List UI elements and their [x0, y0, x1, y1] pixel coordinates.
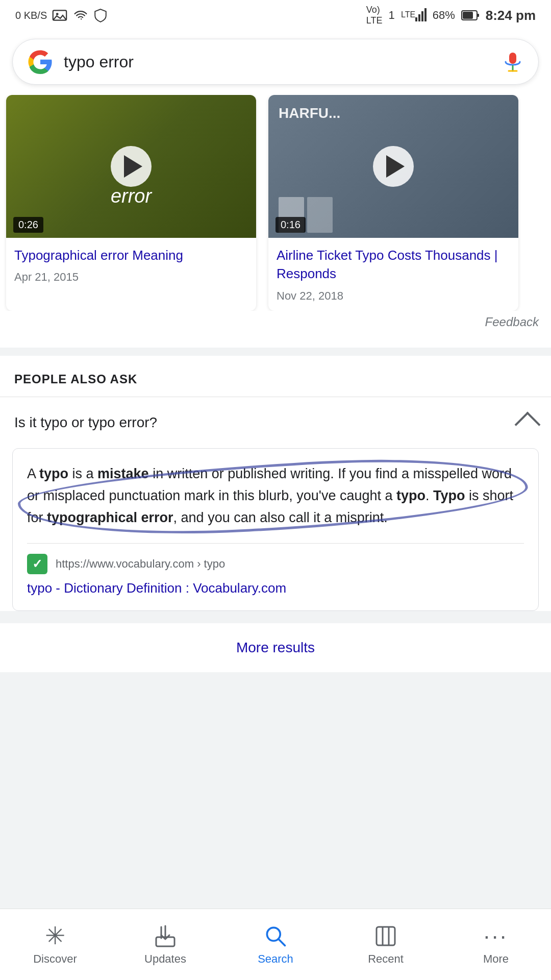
status-right: Vo)LTE 1 LTE 68% 8:24 pm — [366, 5, 536, 26]
status-left: 0 KB/S — [15, 8, 107, 22]
bottom-nav: ✳ Discover Updates Search — [0, 909, 551, 980]
svg-text:LTE: LTE — [401, 10, 415, 19]
more-results-row[interactable]: More results — [0, 623, 551, 672]
updates-icon — [153, 924, 178, 948]
shield-icon — [94, 8, 107, 22]
video-thumbnail-2: HARFU... 0:16 — [268, 95, 518, 238]
nav-label-updates: Updates — [144, 952, 186, 966]
paa-question-text-1: Is it typo or typo error? — [14, 414, 157, 431]
svg-rect-9 — [463, 12, 473, 19]
source-url-1: https://www.vocabulary.com › typo — [56, 557, 225, 571]
play-triangle-1 — [124, 155, 142, 178]
video-duration-2: 0:16 — [276, 217, 306, 233]
paa-item-1: Is it typo or typo error? A typo is a mi… — [0, 397, 551, 611]
search-nav-icon — [263, 924, 288, 948]
video-overlay-text-1: error — [111, 185, 152, 207]
video-cards-row: error 0:26 Typographical error Meaning A… — [0, 95, 551, 311]
google-logo — [27, 48, 54, 75]
image-icon — [52, 9, 67, 21]
checkmark-icon: ✓ — [32, 557, 42, 571]
battery-percent: 68% — [433, 9, 455, 22]
recent-icon — [373, 924, 398, 948]
paa-question-row-1[interactable]: Is it typo or typo error? — [0, 397, 551, 448]
chevron-up-icon — [515, 411, 541, 437]
svg-line-16 — [279, 939, 285, 945]
play-triangle-2 — [386, 155, 405, 178]
svg-rect-8 — [477, 14, 479, 17]
nav-item-discover[interactable]: ✳ Discover — [0, 919, 110, 971]
more-icon: ··· — [484, 924, 508, 948]
wifi-icon — [72, 9, 89, 21]
nav-label-discover: Discover — [33, 952, 77, 966]
nav-label-recent: Recent — [368, 952, 404, 966]
nav-item-recent[interactable]: Recent — [331, 919, 441, 971]
video-title-2[interactable]: Airline Ticket Typo Costs Thousands | Re… — [277, 246, 510, 283]
svg-rect-3 — [415, 17, 417, 21]
svg-rect-10 — [509, 53, 516, 64]
svg-rect-0 — [53, 10, 66, 20]
paa-section: PEOPLE ALSO ASK Is it typo or typo error… — [0, 356, 551, 611]
source-row-1: ✓ https://www.vocabulary.com › typo — [27, 543, 524, 574]
svg-rect-4 — [418, 14, 420, 21]
paa-answer-box-1: A typo is a mistake in written or publis… — [12, 448, 539, 611]
video-title-1[interactable]: Typographical error Meaning — [14, 246, 248, 264]
search-query-text: typo error — [64, 53, 491, 71]
search-icon-svg — [263, 923, 288, 949]
feedback-label[interactable]: Feedback — [485, 315, 539, 329]
source-link-1[interactable]: typo - Dictionary Definition : Vocabular… — [27, 580, 524, 596]
source-favicon-1: ✓ — [27, 554, 47, 574]
video-date-2: Nov 22, 2018 — [277, 289, 510, 303]
svg-rect-5 — [421, 11, 423, 21]
search-bar-container: typo error — [0, 31, 551, 95]
sim-indicator: 1 — [388, 9, 394, 22]
main-content: error 0:26 Typographical error Meaning A… — [0, 95, 551, 744]
feedback-row[interactable]: Feedback — [0, 311, 551, 337]
battery-icon — [461, 9, 480, 21]
volte-indicator: Vo)LTE — [366, 5, 383, 26]
nav-label-search: Search — [258, 952, 293, 966]
microphone-icon[interactable] — [502, 51, 524, 73]
nav-item-more[interactable]: ··· More — [441, 919, 551, 971]
nav-item-updates[interactable]: Updates — [110, 919, 220, 971]
svg-rect-6 — [424, 8, 427, 21]
svg-point-1 — [56, 13, 59, 15]
answer-text-1: A typo is a mistake in written or publis… — [27, 463, 524, 529]
recent-icon-svg — [373, 924, 398, 948]
video-date-1: Apr 21, 2015 — [14, 271, 248, 284]
svg-rect-17 — [377, 927, 395, 945]
video-duration-1: 0:26 — [13, 217, 43, 233]
video-card-body-1: Typographical error Meaning Apr 21, 2015 — [6, 238, 256, 292]
signal-bars: LTE — [401, 8, 427, 22]
video-section: error 0:26 Typographical error Meaning A… — [0, 95, 551, 348]
search-bar[interactable]: typo error — [12, 39, 539, 85]
data-speed: 0 KB/S — [15, 10, 47, 21]
play-button-1[interactable] — [111, 146, 152, 187]
video-thumbnail-1: error 0:26 — [6, 95, 256, 238]
status-bar: 0 KB/S Vo)LTE 1 LTE 68% 8:24 pm — [0, 0, 551, 31]
video-card-1[interactable]: error 0:26 Typographical error Meaning A… — [6, 95, 256, 311]
paa-header: PEOPLE ALSO ASK — [0, 356, 551, 397]
nav-item-search[interactable]: Search — [220, 919, 331, 971]
discover-icon: ✳ — [43, 924, 67, 948]
updates-icon-svg — [153, 924, 178, 948]
video-card-2[interactable]: HARFU... 0:16 Airline Ticket Typo Costs … — [268, 95, 518, 311]
current-time: 8:24 pm — [486, 8, 536, 23]
video-card-body-2: Airline Ticket Typo Costs Thousands | Re… — [268, 238, 518, 311]
play-button-2[interactable] — [373, 146, 414, 187]
video-brand-text: HARFU... — [279, 105, 340, 121]
nav-label-more: More — [483, 952, 509, 966]
more-results-link[interactable]: More results — [236, 640, 315, 655]
